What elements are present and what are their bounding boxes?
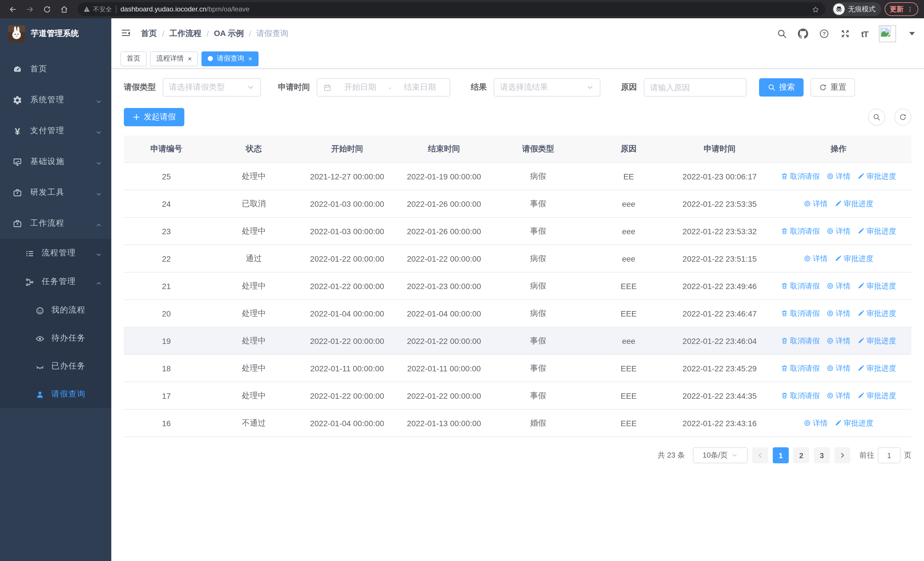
app-logo[interactable]: 芋道管理系统 xyxy=(0,18,111,48)
url-text[interactable]: dashboard.yudao.iocoder.cn/bpm/oa/leave xyxy=(120,5,249,13)
page-button-2[interactable]: 2 xyxy=(793,447,809,463)
progress-link[interactable]: 审批进度 xyxy=(858,226,896,236)
reload-icon[interactable] xyxy=(40,2,54,16)
sidebar-menu: 首页 系统管理 ¥ 支付管理 基础设施 xyxy=(0,54,111,408)
leave-type-select[interactable]: 请选择请假类型 xyxy=(163,78,261,96)
edit-pen-icon xyxy=(858,310,865,317)
detail-link[interactable]: 详情 xyxy=(827,171,850,181)
reason-input[interactable] xyxy=(650,83,740,92)
progress-link[interactable]: 审批进度 xyxy=(858,363,896,373)
star-icon[interactable] xyxy=(812,4,819,14)
caret-down-icon[interactable] xyxy=(909,32,915,35)
sidebar-item-my-process[interactable]: 我的流程 xyxy=(0,296,111,324)
detail-link[interactable]: 详情 xyxy=(827,363,850,373)
page-button-3[interactable]: 3 xyxy=(814,447,830,463)
back-icon[interactable] xyxy=(6,2,20,16)
search-toggle-icon[interactable] xyxy=(868,108,885,126)
search-button[interactable]: 搜索 xyxy=(759,78,804,96)
fold-icon[interactable] xyxy=(120,27,133,40)
cancel-leave-link[interactable]: 取消请假 xyxy=(781,335,820,346)
screen: 不安全 dashboard.yudao.iocoder.cn/bpm/oa/le… xyxy=(0,0,924,561)
cancel-leave-link[interactable]: 取消请假 xyxy=(781,391,820,401)
forward-icon[interactable] xyxy=(23,2,36,16)
detail-link[interactable]: 详情 xyxy=(804,253,828,264)
cancel-leave-link[interactable]: 取消请假 xyxy=(781,363,820,373)
view-icon xyxy=(827,364,834,372)
progress-link[interactable]: 审批进度 xyxy=(858,308,896,319)
more-menu-icon[interactable] xyxy=(907,6,913,12)
progress-link[interactable]: 审批进度 xyxy=(835,253,873,264)
breadcrumb-home[interactable]: 首页 xyxy=(141,29,157,39)
row-actions: 取消请假 详情 审批进度 xyxy=(766,382,912,409)
sidebar-item-home[interactable]: 首页 xyxy=(0,54,111,84)
goto-page-input[interactable] xyxy=(878,447,901,463)
plus-icon xyxy=(132,113,140,121)
view-icon xyxy=(827,227,834,235)
breadcrumb-workflow[interactable]: 工作流程 xyxy=(170,29,201,39)
detail-link[interactable]: 详情 xyxy=(804,418,828,428)
close-icon[interactable]: × xyxy=(248,55,252,62)
sidebar-item-system[interactable]: 系统管理 xyxy=(0,84,111,116)
search-icon[interactable] xyxy=(777,29,787,39)
cancel-leave-link[interactable]: 取消请假 xyxy=(781,308,820,319)
sidebar-item-todo-tasks[interactable]: 待办任务 xyxy=(0,324,111,352)
avatar[interactable] xyxy=(879,25,896,42)
refresh-icon[interactable] xyxy=(894,108,912,126)
fullscreen-icon[interactable] xyxy=(840,29,850,39)
page-button-1[interactable]: 1 xyxy=(773,447,789,463)
detail-link[interactable]: 详情 xyxy=(827,308,850,319)
sidebar-item-payment[interactable]: ¥ 支付管理 xyxy=(0,116,111,146)
tab-leave-query[interactable]: 请假查询 × xyxy=(201,51,258,66)
detail-link[interactable]: 详情 xyxy=(827,281,850,291)
cancel-leave-link[interactable]: 取消请假 xyxy=(781,281,820,291)
progress-link[interactable]: 审批进度 xyxy=(835,418,873,428)
address-bar[interactable]: 不安全 dashboard.yudao.iocoder.cn/bpm/oa/le… xyxy=(78,2,825,16)
end-date-input[interactable]: 结束日期 xyxy=(396,82,444,93)
reset-button[interactable]: 重置 xyxy=(810,78,855,96)
detail-link[interactable]: 详情 xyxy=(827,335,850,346)
total-count: 共 23 条 xyxy=(658,450,685,460)
create-leave-button[interactable]: 发起请假 xyxy=(124,108,184,126)
fontsize-icon[interactable]: tT xyxy=(861,29,868,39)
cancel-leave-link[interactable]: 取消请假 xyxy=(781,226,820,236)
reason-label: 原因 xyxy=(621,82,637,93)
detail-link[interactable]: 详情 xyxy=(804,199,828,209)
edit-pen-icon xyxy=(835,255,842,262)
close-icon[interactable]: × xyxy=(188,55,192,62)
content-area: 请假类型 请选择请假类型 申请时间 开始日期 - 结束日期 结果 请选择流结果 xyxy=(111,69,924,561)
sidebar-item-process-mgmt[interactable]: 流程管理 xyxy=(0,239,111,267)
progress-link[interactable]: 审批进度 xyxy=(835,199,873,209)
start-date-input[interactable]: 开始日期 xyxy=(336,82,384,93)
prev-page-button[interactable] xyxy=(752,447,768,463)
progress-link[interactable]: 审批进度 xyxy=(858,391,896,401)
page-size-select[interactable]: 10条/页 xyxy=(693,447,748,463)
detail-link[interactable]: 详情 xyxy=(827,391,850,401)
sidebar-item-workflow[interactable]: 工作流程 xyxy=(0,208,111,239)
view-icon xyxy=(827,310,834,317)
progress-link[interactable]: 审批进度 xyxy=(858,171,896,181)
apply-time-range-picker[interactable]: 开始日期 - 结束日期 xyxy=(317,78,450,96)
sidebar-item-task-mgmt[interactable]: 任务管理 xyxy=(0,267,111,296)
result-select[interactable]: 请选择流结果 xyxy=(494,78,600,96)
home-icon[interactable] xyxy=(57,2,71,16)
browser-update-button[interactable]: 更新 xyxy=(885,2,918,16)
progress-link[interactable]: 审批进度 xyxy=(858,281,896,291)
sidebar-item-leave-query[interactable]: 请假查询 xyxy=(0,380,111,408)
sidebar-item-devtools[interactable]: 研发工具 xyxy=(0,177,111,208)
security-warning[interactable]: 不安全 xyxy=(83,5,112,14)
tab-home[interactable]: 首页 xyxy=(120,51,147,66)
sidebar-item-done-tasks[interactable]: 已办任务 xyxy=(0,352,111,380)
chevron-down-icon xyxy=(95,189,102,196)
next-page-button[interactable] xyxy=(834,447,850,463)
breadcrumb-oa-example[interactable]: OA 示例 xyxy=(214,29,244,39)
sidebar-item-infra[interactable]: 基础设施 xyxy=(0,146,111,177)
cancel-leave-link[interactable]: 取消请假 xyxy=(781,171,820,181)
github-icon[interactable] xyxy=(798,29,808,39)
detail-link[interactable]: 详情 xyxy=(827,226,850,236)
tab-process-detail[interactable]: 流程详情 × xyxy=(150,51,198,66)
edit-pen-icon xyxy=(835,200,842,208)
help-icon[interactable] xyxy=(819,29,829,39)
view-icon xyxy=(804,419,811,427)
progress-link[interactable]: 审批进度 xyxy=(858,335,896,346)
search-icon xyxy=(768,83,776,92)
